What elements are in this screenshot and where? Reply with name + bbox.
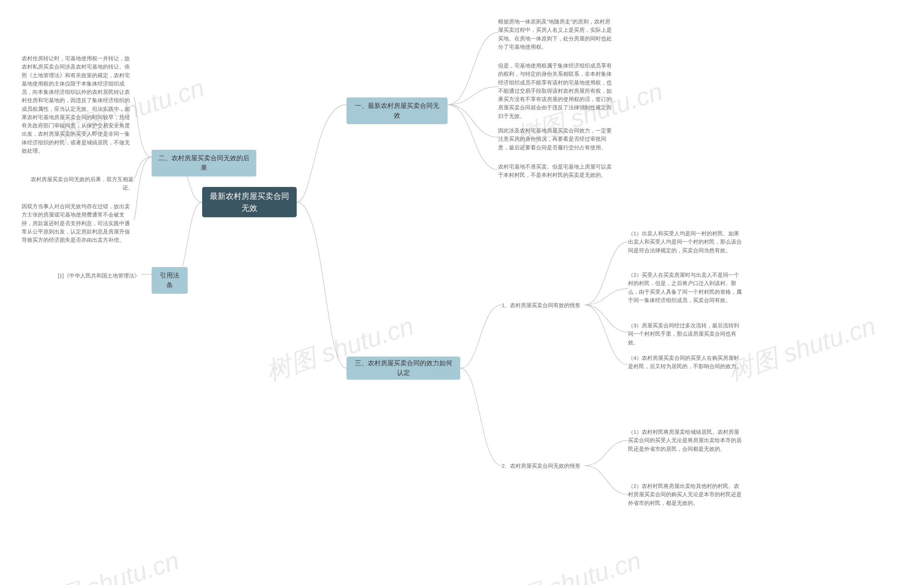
watermark: 树图 shutu.cn	[724, 309, 880, 389]
branch-1-leaf-4: 农村宅基地不准买卖。但是宅基地上房屋可以卖于本村村民，不是本村村民的买卖是无效的…	[498, 162, 614, 180]
branch-3-sub-1[interactable]: 1、农村房屋买卖合同有效的情形	[502, 302, 581, 310]
branch-3-sub-1-leaf-3: （3）房屋买卖合同经过多次流转，最后流转到同一个村村民手里，那么该房屋买卖合同也…	[628, 321, 744, 346]
branch-3-sub-2-leaf-1: （1）农村村民将房屋卖给城镇居民。农村房屋买卖合同的买受人无论是将房屋出卖给本市…	[628, 428, 744, 453]
branch-2-leaf-1: 农村住房转让时，宅基地使用权一并转让，故农村私房买卖合同涉及农村宅基地的转让。依…	[21, 54, 134, 155]
branch-4[interactable]: 引用法条	[152, 267, 188, 294]
branch-1-leaf-3: 因此涉及农村宅基地房屋买卖合同效力，一定要注意买房的身份情况，再要看是否经过审批…	[498, 126, 614, 152]
root-node[interactable]: 最新农村房屋买卖合同无效	[202, 187, 297, 217]
branch-3-sub-1-leaf-1: （1）出卖人和买受人均是同一村的村民。如果出卖人和买受人均是同一个村的村民，那么…	[628, 229, 744, 254]
branch-3-sub-1-leaf-4: （4）农村房屋买卖合同的买受人在购买房屋时是村民，后又转为居民的，不影响合同的效…	[628, 354, 744, 371]
branch-2-leaf-3: 因双方当事人对合同无效均存在过错，故出卖方主张的房屋或宅基地使用费通常不会被支持…	[21, 202, 134, 244]
connector-lines	[0, 0, 924, 585]
branch-1-leaf-1: 根据房地一体原则及"地随房走"的原则，农村房屋买卖过程中，买房人名义上是买房，实…	[498, 17, 614, 51]
watermark: 树图 shutu.cn	[27, 544, 183, 585]
branch-1-leaf-2: 但是，宅基地使用权属于集体经济组织成员享有的权利，与特定的身份关系相联系，非本村…	[498, 61, 614, 120]
branch-3-sub-2-leaf-2: （2）农村村民将房屋出卖给其他村的村民。农村房屋买卖合同的购买人无论是本市的村民…	[628, 482, 744, 507]
branch-2-leaf-2: 农村房屋买卖合同无效的后果，双方互相返还。	[21, 175, 134, 192]
branch-3-sub-2[interactable]: 2、农村房屋买卖合同无效的情形	[502, 462, 581, 470]
branch-4-leaf-1: [1]《中华人民共和国土地管理法》	[58, 271, 140, 280]
branch-1[interactable]: 一、最新农村房屋买卖合同无效	[346, 97, 447, 124]
branch-3-sub-1-leaf-2: （2）买受人在买卖房屋时与出卖人不是同一个村的村民，但是，之后将户口迁入到该村。…	[628, 271, 744, 304]
branch-3[interactable]: 三、农村房屋买卖合同的效力如何认定	[346, 356, 460, 380]
branch-2[interactable]: 二、农村房屋买卖合同无效的后果	[152, 150, 256, 176]
watermark: 树图 shutu.cn	[489, 544, 645, 585]
